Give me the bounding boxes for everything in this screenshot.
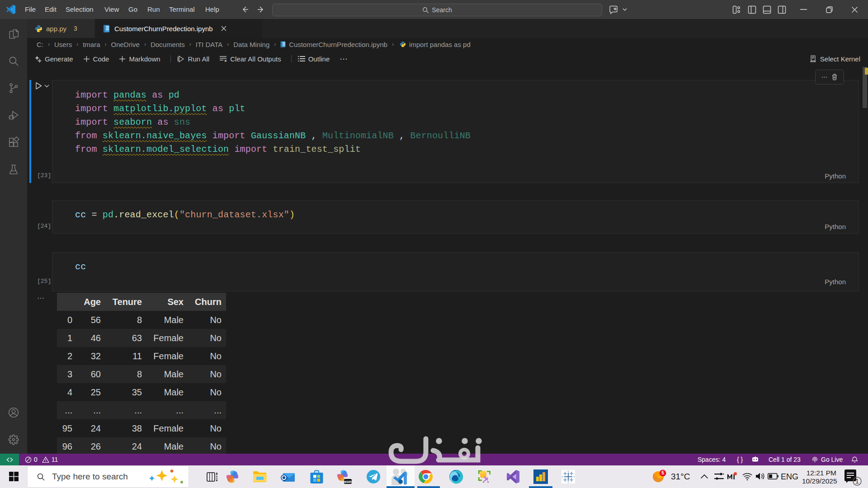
- svg-text:5: 5: [661, 470, 664, 475]
- svg-text:1: 1: [855, 478, 859, 485]
- svg-text:M365: M365: [344, 480, 352, 483]
